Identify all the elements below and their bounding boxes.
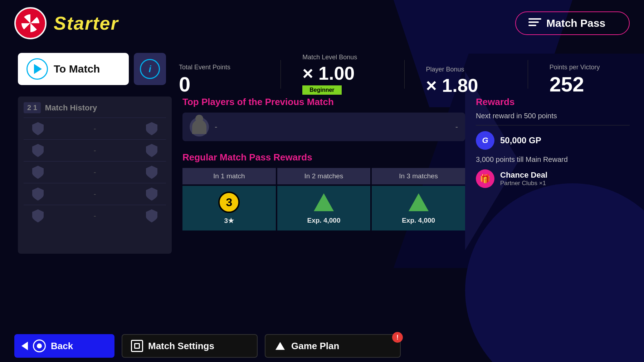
shield-left-icon <box>31 122 45 136</box>
rewards-panel: Rewards Next reward in 500 points G 50,0… <box>476 96 630 254</box>
match-row-score: - <box>94 212 96 220</box>
info-button[interactable]: i <box>134 53 166 85</box>
match-pass-button[interactable]: Match Pass <box>515 11 630 35</box>
reward-number-badge: 3 <box>218 192 240 213</box>
match-row: - <box>24 139 166 161</box>
chance-deal-item: 🎁 Chance Deal Partner Clubs ×1 <box>476 169 630 188</box>
icon-line-2 <box>528 21 539 23</box>
content-area: 2 1 Match History - - <box>18 96 630 254</box>
rewards-col-3: In 3 matches <box>372 168 465 184</box>
next-reward-text: Next reward in 500 points <box>476 112 630 120</box>
beginner-badge-label: Beginner <box>302 85 341 95</box>
rewards-col-2: In 2 matches <box>277 168 371 184</box>
match-pass-icon <box>528 18 541 28</box>
to-match-label: To Match <box>54 63 100 75</box>
to-match-button[interactable]: To Match <box>18 53 129 85</box>
rewards-table-header: In 1 match In 2 matches In 3 matches <box>182 168 465 184</box>
back-circle-icon <box>33 339 46 352</box>
shield-right-icon <box>145 187 159 201</box>
chance-title: Chance Deal <box>500 170 547 180</box>
main-reward-text: 3,000 points till Main Reward <box>476 155 630 164</box>
reward-cell-1: 3 3★ <box>182 186 276 230</box>
logo-area: Starter <box>14 7 119 39</box>
points-per-victory-value: 252 <box>550 74 630 95</box>
divider-3 <box>528 60 528 89</box>
beginner-badge: Beginner <box>302 85 382 95</box>
player-name: - <box>215 122 217 132</box>
shield-right-icon <box>145 209 159 223</box>
gp-amount: 50,000 GP <box>500 135 541 145</box>
regular-rewards-title: Regular Match Pass Rewards <box>182 152 465 163</box>
icon-line-3 <box>528 25 536 26</box>
reward-label-3: Exp. 4,000 <box>402 217 435 224</box>
match-level-bonus-label: Match Level Bonus <box>302 54 382 61</box>
info-icon: i <box>140 59 160 79</box>
match-row: - <box>24 183 166 205</box>
triangle-shape <box>275 342 285 350</box>
reward-label-2: Exp. 4,000 <box>307 217 341 224</box>
reward-triangle-2 <box>409 193 429 211</box>
points-per-victory: Points per Victory 252 <box>550 64 630 95</box>
match-row-score: - <box>94 147 96 155</box>
reward-cell-2: Exp. 4,000 <box>277 186 371 230</box>
chance-icon: 🎁 <box>476 169 494 188</box>
rewards-divider <box>476 125 630 125</box>
game-plan-label: Game Plan <box>291 341 339 352</box>
gp-reward-item: G 50,000 GP <box>476 131 630 150</box>
match-history-panel: 2 1 Match History - - <box>18 96 172 254</box>
match-row: - <box>24 118 166 139</box>
player-avatar <box>190 117 209 137</box>
settings-icon-inner <box>134 343 140 349</box>
match-level-bonus-value: × 1.00 <box>302 64 382 83</box>
center-content: Top Players of the Previous Match - - Re… <box>182 96 465 254</box>
stats-row: Total Event Points 0 Match Level Bonus ×… <box>179 46 630 102</box>
chance-info: Chance Deal Partner Clubs ×1 <box>500 170 547 187</box>
reward-label-1: 3★ <box>224 217 234 225</box>
play-triangle <box>34 64 42 74</box>
top-players-section: Top Players of the Previous Match - - <box>182 96 465 141</box>
action-buttons: To Match i <box>18 53 166 85</box>
bottom-bar: Back Match Settings Game Plan ! <box>0 330 644 362</box>
player-bonus: Player Bonus × 1.80 <box>426 66 506 95</box>
page-title: Starter <box>54 13 119 34</box>
icon-line-1 <box>528 18 541 20</box>
match-history-title: Match History <box>45 103 97 113</box>
rewards-table: Regular Match Pass Rewards In 1 match In… <box>182 152 465 230</box>
settings-icon <box>131 340 143 352</box>
settings-label: Match Settings <box>148 341 214 352</box>
club-logo <box>14 7 47 39</box>
match-settings-button[interactable]: Match Settings <box>122 334 258 358</box>
match-history-header: 2 1 Match History <box>24 102 166 113</box>
shield-right-icon <box>145 165 159 179</box>
reward-triangle-icon-2 <box>408 192 429 213</box>
shield-left-icon <box>31 187 45 201</box>
back-circle-inner <box>37 343 42 348</box>
shield-left-icon <box>31 165 45 179</box>
rewards-title: Rewards <box>476 96 630 108</box>
player-bonus-label: Player Bonus <box>426 66 506 73</box>
gp-icon: G <box>476 131 494 150</box>
match-row-score: - <box>94 125 96 133</box>
match-row-score: - <box>94 190 96 198</box>
back-button[interactable]: Back <box>14 334 114 358</box>
notification-badge: ! <box>392 332 403 343</box>
match-score-badge: 2 1 <box>24 102 41 113</box>
divider-1 <box>280 60 281 89</box>
header: Starter Match Pass <box>0 0 644 46</box>
avatar-silhouette <box>192 120 206 134</box>
triangle-icon <box>274 340 286 352</box>
match-row-score: - <box>94 168 96 177</box>
shield-left-icon <box>31 209 45 223</box>
player-score: - <box>455 122 458 132</box>
match-row: - <box>24 205 166 227</box>
total-event-points-label: Total Event Points <box>179 64 259 71</box>
shield-right-icon <box>145 143 159 158</box>
total-event-points: Total Event Points 0 <box>179 64 259 95</box>
match-level-bonus: Match Level Bonus × 1.00 Beginner <box>302 54 382 95</box>
rewards-table-body: 3 3★ Exp. 4,000 Exp. 4,000 <box>182 186 465 230</box>
chance-sub: Partner Clubs ×1 <box>500 180 547 187</box>
reward-triangle <box>314 193 334 211</box>
reward-cell-3: Exp. 4,000 <box>372 186 465 230</box>
game-plan-button[interactable]: Game Plan ! <box>265 334 401 358</box>
player-bonus-value: × 1.80 <box>426 76 506 95</box>
